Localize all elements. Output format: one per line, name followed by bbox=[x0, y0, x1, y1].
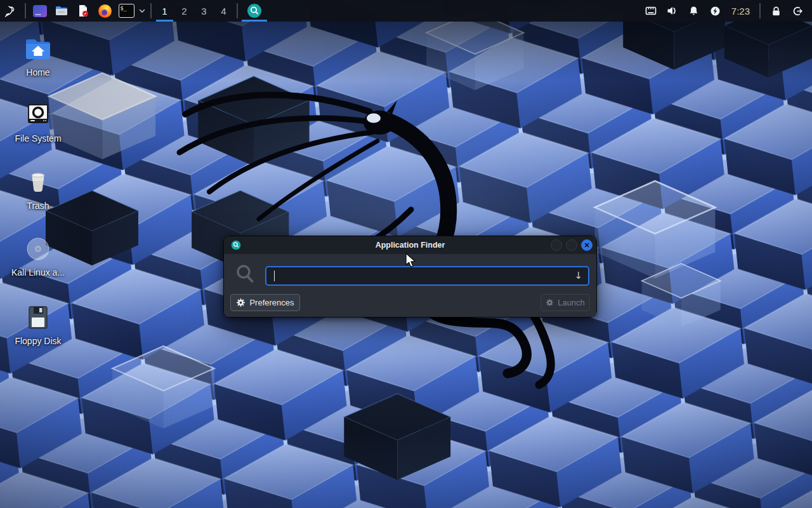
preferences-label: Preferences bbox=[249, 298, 294, 307]
filesystem-drive-icon bbox=[23, 100, 53, 130]
launch-button[interactable]: Launch bbox=[540, 294, 590, 311]
power-tray-button[interactable] bbox=[706, 0, 725, 22]
kali-logo-icon bbox=[4, 4, 18, 18]
taskbar-application-finder[interactable] bbox=[241, 0, 268, 22]
maximize-button[interactable] bbox=[566, 239, 577, 251]
file-manager-icon bbox=[55, 4, 69, 18]
text-caret bbox=[274, 271, 275, 281]
desktop-screen: Home File System Trash Kali Linux a... bbox=[0, 0, 812, 508]
close-icon: ✕ bbox=[584, 242, 589, 249]
app-finder-titlebar-icon bbox=[231, 240, 241, 250]
launcher-window-app[interactable] bbox=[29, 0, 51, 22]
text-editor-icon bbox=[76, 4, 90, 18]
firefox-icon bbox=[98, 4, 112, 18]
logout-button[interactable] bbox=[788, 0, 807, 22]
search-icon bbox=[235, 264, 256, 285]
desktop-icon-label: Floppy Disk bbox=[15, 336, 61, 346]
volume-tray-button[interactable] bbox=[663, 0, 682, 22]
terminal-icon: $_ bbox=[119, 4, 134, 18]
top-panel: $_ 1 2 3 4 bbox=[0, 0, 812, 22]
launcher-file-manager[interactable] bbox=[51, 0, 72, 22]
launch-label: Launch bbox=[558, 298, 585, 307]
floppy-disk-icon bbox=[23, 302, 53, 333]
launcher-terminal[interactable]: $_ bbox=[115, 0, 137, 22]
window-controls: ✕ bbox=[551, 239, 593, 251]
workspace-3-button[interactable]: 3 bbox=[194, 0, 214, 22]
workspace-1-button[interactable]: 1 bbox=[155, 0, 174, 22]
search-input[interactable]: ↓ bbox=[265, 266, 589, 286]
titlebar[interactable]: Application Finder ✕ bbox=[224, 236, 596, 254]
desktop-icon-kali-cd[interactable]: Kali Linux a... bbox=[8, 234, 69, 277]
network-wired-icon bbox=[645, 4, 657, 17]
desktop-icon-home[interactable]: Home bbox=[8, 34, 69, 77]
desktop-icon-label: Trash bbox=[27, 201, 49, 211]
window-title: Application Finder bbox=[224, 241, 596, 250]
application-finder-window: Application Finder ✕ ↓ bbox=[223, 236, 597, 318]
gear-icon bbox=[236, 298, 246, 307]
notifications-tray-button[interactable] bbox=[684, 0, 704, 22]
mouse-cursor bbox=[404, 253, 418, 269]
launcher-text-editor[interactable] bbox=[72, 0, 94, 22]
applications-menu-button[interactable] bbox=[0, 1, 22, 20]
close-button[interactable]: ✕ bbox=[581, 239, 593, 251]
clock[interactable]: 7:23 bbox=[728, 6, 754, 17]
home-folder-icon bbox=[23, 34, 53, 64]
panel-separator bbox=[150, 3, 152, 18]
desktop-icon-label: File System bbox=[15, 133, 61, 144]
power-manager-icon bbox=[709, 5, 721, 17]
trash-icon bbox=[23, 167, 53, 197]
desktop-icon-floppy[interactable]: Floppy Disk bbox=[8, 302, 69, 346]
panel-separator bbox=[25, 3, 26, 18]
optical-disc-icon bbox=[23, 234, 53, 264]
chevron-down-icon bbox=[138, 7, 146, 15]
panel-separator bbox=[237, 3, 238, 18]
dropdown-arrow-icon[interactable]: ↓ bbox=[574, 270, 582, 281]
logout-icon bbox=[792, 5, 804, 17]
launcher-firefox[interactable] bbox=[94, 0, 115, 22]
network-tray-button[interactable] bbox=[641, 0, 660, 22]
panel-separator bbox=[759, 3, 761, 18]
desktop-icon-filesystem[interactable]: File System bbox=[8, 100, 69, 144]
application-finder-icon bbox=[247, 3, 262, 18]
notifications-bell-icon bbox=[688, 5, 700, 17]
desktop-icon-label: Kali Linux a... bbox=[11, 267, 65, 277]
run-gear-icon bbox=[546, 298, 554, 307]
volume-icon bbox=[666, 4, 679, 17]
lock-icon bbox=[770, 5, 782, 17]
preferences-button[interactable]: Preferences bbox=[230, 294, 300, 311]
minimize-button[interactable] bbox=[551, 239, 562, 251]
system-tray: 7:23 bbox=[641, 0, 812, 22]
lock-screen-button[interactable] bbox=[766, 0, 785, 22]
launcher-dropdown-button[interactable] bbox=[137, 0, 147, 22]
window-app-icon bbox=[33, 5, 47, 17]
workspace-2-button[interactable]: 2 bbox=[174, 0, 194, 22]
desktop-icon-trash[interactable]: Trash bbox=[8, 167, 69, 211]
desktop-icon-label: Home bbox=[26, 67, 49, 77]
workspace-4-button[interactable]: 4 bbox=[214, 0, 233, 22]
